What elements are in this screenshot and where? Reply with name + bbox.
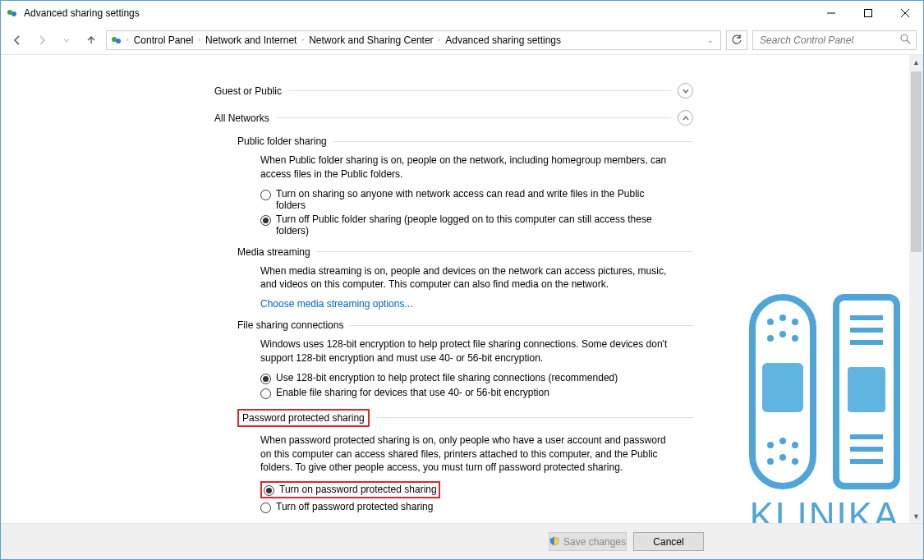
radio-label: Turn off Public folder sharing (people l… xyxy=(276,213,671,236)
navbar: › Control Panel › Network and Internet ›… xyxy=(1,25,923,55)
radio-password-off[interactable]: Turn off password protected sharing xyxy=(260,501,671,513)
section-label: All Networks xyxy=(214,112,269,124)
description: When media streaming is on, people and d… xyxy=(260,264,671,292)
chevron-right-icon: › xyxy=(196,36,202,44)
radio-icon xyxy=(260,374,271,384)
back-button[interactable] xyxy=(7,30,27,50)
radio-128bit[interactable]: Use 128-bit encryption to help protect f… xyxy=(260,372,671,384)
chevron-down-icon[interactable] xyxy=(678,83,693,99)
search-icon xyxy=(900,34,911,47)
radio-public-off[interactable]: Turn off Public folder sharing (people l… xyxy=(260,213,671,236)
section-label: Guest or Public xyxy=(214,85,282,97)
subsection-password-sharing: Password protected sharing When password… xyxy=(237,409,693,513)
subsection-heading: File sharing connections xyxy=(237,319,343,331)
media-options-link[interactable]: Choose media streaming options... xyxy=(260,298,693,310)
window-title: Advanced sharing settings xyxy=(24,7,140,19)
radio-label: Enable file sharing for devices that use… xyxy=(276,387,549,398)
button-label: Save changes xyxy=(563,536,626,548)
radio-label: Turn on sharing so anyone with network a… xyxy=(276,188,671,211)
button-label: Cancel xyxy=(653,536,683,548)
radio-icon xyxy=(260,190,271,200)
radio-label: Turn on password protected sharing xyxy=(279,484,437,495)
description: When Public folder sharing is on, people… xyxy=(260,154,671,181)
maximize-button[interactable] xyxy=(849,1,886,25)
chevron-up-icon[interactable] xyxy=(678,110,693,126)
radio-4056bit[interactable]: Enable file sharing for devices that use… xyxy=(260,387,671,399)
svg-point-8 xyxy=(901,34,908,41)
titlebar: Advanced sharing settings xyxy=(1,1,923,25)
divider xyxy=(333,141,693,142)
scroll-down-icon[interactable]: ▼ xyxy=(909,509,923,523)
divider xyxy=(288,90,671,91)
description: When password protected sharing is on, o… xyxy=(260,434,671,475)
chevron-right-icon: › xyxy=(125,36,131,44)
close-button[interactable] xyxy=(886,1,923,25)
divider xyxy=(350,325,693,326)
highlighted-heading: Password protected sharing xyxy=(237,409,370,427)
radio-icon xyxy=(260,215,271,226)
scroll-up-icon[interactable]: ▲ xyxy=(909,55,923,69)
forward-button[interactable] xyxy=(32,30,52,50)
minimize-button[interactable] xyxy=(812,1,849,25)
subsection-heading: Public folder sharing xyxy=(237,135,327,147)
crumb-control-panel[interactable]: Control Panel xyxy=(132,34,195,46)
chevron-right-icon: › xyxy=(437,36,443,44)
shield-icon xyxy=(549,536,560,547)
refresh-button[interactable] xyxy=(726,30,747,50)
subsection-heading: Password protected sharing xyxy=(242,412,365,424)
footer: Save changes Cancel xyxy=(1,523,923,559)
section-guest-public[interactable]: Guest or Public xyxy=(214,83,693,99)
search-input[interactable] xyxy=(758,34,900,47)
radio-label: Use 128-bit encryption to help protect f… xyxy=(276,372,618,383)
save-button[interactable]: Save changes xyxy=(549,532,627,551)
section-all-networks[interactable]: All Networks xyxy=(214,110,693,126)
cancel-button[interactable]: Cancel xyxy=(633,532,704,551)
radio-label: Turn off password protected sharing xyxy=(276,501,433,512)
radio-icon xyxy=(260,388,271,399)
subsection-file-connections: File sharing connections Windows uses 12… xyxy=(237,319,693,399)
divider xyxy=(376,417,693,418)
svg-line-9 xyxy=(907,40,910,44)
radio-public-on[interactable]: Turn on sharing so anyone with network a… xyxy=(260,188,671,211)
subsection-heading: Media streaming xyxy=(237,246,310,258)
crumb-sharing-center[interactable]: Network and Sharing Center xyxy=(307,34,434,46)
control-panel-icon xyxy=(6,7,19,20)
divider xyxy=(317,251,693,252)
radio-icon xyxy=(260,503,271,513)
breadcrumb[interactable]: › Control Panel › Network and Internet ›… xyxy=(106,30,721,50)
radio-password-on[interactable]: Turn on password protected sharing xyxy=(264,484,437,496)
control-panel-icon xyxy=(110,34,123,47)
content-area: ▲ ▼ Guest or Public All Networks xyxy=(1,55,923,523)
radio-icon xyxy=(264,485,274,496)
svg-point-7 xyxy=(116,39,121,44)
divider xyxy=(276,117,671,118)
recent-dropdown-icon[interactable] xyxy=(57,30,76,50)
subsection-media-streaming: Media streaming When media streaming is … xyxy=(237,246,693,310)
scrollbar[interactable]: ▲ ▼ xyxy=(909,55,923,523)
breadcrumb-dropdown-icon[interactable]: ⌄ xyxy=(704,36,717,44)
description: Windows uses 128-bit encryption to help … xyxy=(260,337,671,365)
crumb-network-internet[interactable]: Network and Internet xyxy=(204,34,298,46)
up-button[interactable] xyxy=(81,30,101,50)
chevron-right-icon: › xyxy=(300,36,306,44)
crumb-advanced-sharing[interactable]: Advanced sharing settings xyxy=(444,34,563,46)
svg-point-1 xyxy=(11,11,16,16)
svg-rect-3 xyxy=(864,10,871,17)
search-box[interactable] xyxy=(752,30,917,50)
scroll-thumb[interactable] xyxy=(911,71,922,252)
highlighted-option: Turn on password protected sharing xyxy=(260,481,440,498)
subsection-public-folder: Public folder sharing When Public folder… xyxy=(237,135,693,236)
